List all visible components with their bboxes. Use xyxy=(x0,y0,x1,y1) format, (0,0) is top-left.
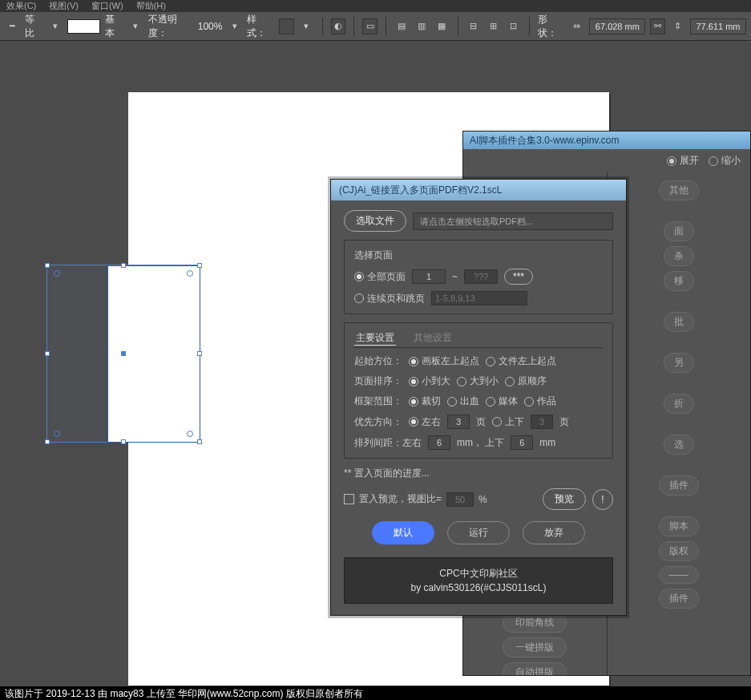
pdf-import-dialog: (CJ)Ai_链接置入多页面PDF档V2.1scL 选取文件 请点击左侧按钮选取… xyxy=(330,179,627,616)
handle[interactable] xyxy=(121,263,126,268)
cancel-button[interactable]: 放弃 xyxy=(523,521,585,544)
align-icon[interactable]: ▦ xyxy=(434,18,450,34)
plugin-action[interactable]: 脚本 xyxy=(659,516,699,536)
link-w-icon: ⇔ xyxy=(570,18,585,34)
jump-pages-radio[interactable]: 连续页和跳页 xyxy=(354,292,425,305)
handle[interactable] xyxy=(45,351,50,356)
align-icon[interactable]: ▥ xyxy=(414,18,430,34)
handle[interactable] xyxy=(45,263,50,268)
preview-button[interactable]: 预览 xyxy=(543,488,586,510)
anchor[interactable] xyxy=(187,270,193,277)
anchor[interactable] xyxy=(187,431,193,437)
plugin-action[interactable]: 一键拼版 xyxy=(503,637,567,658)
frame-bleed-radio[interactable]: 出血 xyxy=(447,395,479,408)
plugin-action[interactable]: 移 xyxy=(664,271,694,291)
menu-item[interactable]: 帮助(H) xyxy=(136,0,166,12)
plugin-action[interactable]: 杀 xyxy=(664,246,694,266)
plugin-action[interactable]: 插件 xyxy=(659,589,699,609)
anchor[interactable] xyxy=(54,431,60,437)
sort-asc-radio[interactable]: 小到大 xyxy=(409,374,450,388)
menu-item[interactable]: 窗口(W) xyxy=(91,0,123,12)
page-select-group: 选择页面 全部页面 ~ *** 连续页和跳页 xyxy=(344,240,613,314)
chevron-down-icon[interactable]: ▾ xyxy=(227,18,242,34)
align-icon[interactable]: ⊟ xyxy=(466,18,481,34)
align-icon[interactable]: ▤ xyxy=(394,18,410,34)
plugin-action[interactable]: —— xyxy=(659,566,699,584)
plugin-action[interactable]: 折 xyxy=(664,394,694,414)
gap-mid: mm， 上下 xyxy=(457,436,504,450)
stroke-swatch-icon[interactable]: ━ xyxy=(5,18,20,34)
style-swatch[interactable] xyxy=(279,18,294,34)
range-from-input[interactable] xyxy=(412,269,446,284)
plugin-action[interactable]: 插件 xyxy=(659,475,699,496)
stroke-mode[interactable]: 等比 xyxy=(25,13,42,40)
dir-lr-radio[interactable]: 左右 xyxy=(409,415,441,429)
selection-bounds[interactable] xyxy=(46,265,200,443)
height-field[interactable] xyxy=(690,18,746,34)
range-tilde: ~ xyxy=(452,271,458,282)
plugin-action[interactable]: 另 xyxy=(664,353,694,373)
plugin-action[interactable]: 自动拼版 xyxy=(503,662,567,676)
tab-main[interactable]: 主要设置 xyxy=(354,331,396,346)
plugin-action[interactable]: 选 xyxy=(664,435,694,455)
shrink-radio[interactable]: 缩小 xyxy=(709,154,741,168)
plugin-action[interactable]: 批 xyxy=(664,312,694,332)
preview-label: 置入预览，视图比= xyxy=(359,492,442,506)
chevron-down-icon[interactable]: ▾ xyxy=(128,18,143,34)
plugin-action[interactable]: 面 xyxy=(664,221,694,241)
menu-bar[interactable]: 效果(C) 视图(V) 窗口(W) 帮助(H) xyxy=(0,0,751,12)
sort-desc-radio[interactable]: 大到小 xyxy=(457,374,499,388)
profile-label[interactable]: 基本 xyxy=(105,13,123,40)
handle[interactable] xyxy=(197,263,202,268)
start-artboard-radio[interactable]: 画板左上起点 xyxy=(409,354,479,368)
link-icon[interactable]: ⚯ xyxy=(650,18,665,34)
chevron-down-icon[interactable]: ▾ xyxy=(299,18,314,34)
plugin-action[interactable]: 版权 xyxy=(659,541,699,561)
opacity-value[interactable]: 100% xyxy=(198,21,223,32)
align-icon[interactable]: ⊡ xyxy=(506,18,521,34)
group-label: 选择页面 xyxy=(354,249,603,262)
frame-media-radio[interactable]: 媒体 xyxy=(486,395,518,408)
all-pages-radio[interactable]: 全部页面 xyxy=(354,270,406,284)
handle[interactable] xyxy=(197,439,202,444)
run-button[interactable]: 运行 xyxy=(447,521,510,544)
dir-lr-n[interactable] xyxy=(447,415,470,429)
frame-trim-radio[interactable]: 裁切 xyxy=(409,395,441,408)
menu-item[interactable]: 视图(V) xyxy=(49,0,79,12)
doc-setup-icon[interactable]: ▭ xyxy=(362,18,378,34)
recolor-icon[interactable]: ◐ xyxy=(331,18,346,34)
info-button[interactable]: ! xyxy=(592,489,613,510)
tab-other[interactable]: 其他设置 xyxy=(412,331,454,346)
jump-input[interactable] xyxy=(431,291,527,305)
expand-radio[interactable]: 展开 xyxy=(667,154,699,168)
dir-ud-radio[interactable]: 上下 xyxy=(492,415,524,429)
width-field[interactable] xyxy=(589,18,645,34)
separator xyxy=(322,17,323,36)
pick-file-button[interactable]: 选取文件 xyxy=(344,210,406,232)
handle[interactable] xyxy=(121,439,126,444)
unit: 页 xyxy=(559,415,569,429)
handle[interactable] xyxy=(197,351,202,356)
opacity-label: 不透明度： xyxy=(148,13,193,40)
start-file-radio[interactable]: 文件左上起点 xyxy=(486,354,556,368)
range-to-input xyxy=(464,269,498,284)
gap-v-input[interactable] xyxy=(511,435,533,450)
separator xyxy=(529,17,530,36)
frame-art-radio[interactable]: 作品 xyxy=(524,395,556,408)
anchor[interactable] xyxy=(54,270,60,277)
sort-orig-radio[interactable]: 原顺序 xyxy=(505,374,547,388)
default-button[interactable]: 默认 xyxy=(372,521,434,544)
align-icon[interactable]: ⊞ xyxy=(486,18,501,34)
center-point[interactable] xyxy=(121,351,126,356)
menu-item[interactable]: 效果(C) xyxy=(6,0,36,12)
gap-h-input[interactable] xyxy=(428,435,450,450)
chevron-down-icon[interactable]: ▾ xyxy=(47,18,63,34)
sort-label: 页面排序： xyxy=(354,374,402,388)
plugin-action[interactable]: 其他 xyxy=(659,180,699,200)
plugin-column-2: 其他面杀移批另折选插件脚本版权——插件 xyxy=(608,172,751,676)
star-button[interactable]: *** xyxy=(504,269,533,285)
handle[interactable] xyxy=(45,439,50,444)
preview-checkbox[interactable]: 置入预览，视图比= % xyxy=(344,492,487,507)
separator xyxy=(353,17,354,36)
brush-swatch[interactable] xyxy=(67,19,100,34)
